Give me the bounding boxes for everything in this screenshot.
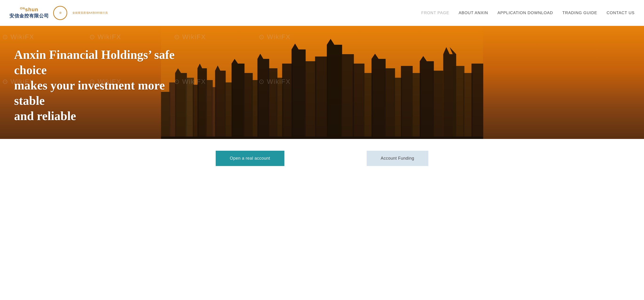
nav-about-anxin[interactable]: ABOUT ANXIN <box>459 11 488 15</box>
svg-rect-44 <box>453 66 464 139</box>
svg-rect-32 <box>372 59 386 139</box>
svg-rect-7 <box>198 68 207 139</box>
svg-rect-35 <box>394 78 402 139</box>
logo-chinese: 安信金控有限公司 <box>10 13 49 19</box>
svg-rect-27 <box>327 45 342 139</box>
hero-title: Anxin Financial Holdings’ safe choice ma… <box>14 47 179 124</box>
svg-rect-11 <box>215 71 226 139</box>
svg-rect-40 <box>433 71 443 139</box>
logo-area: ONshun 安信金控有限公司 ⊙ 金銀業貿易場AA類085號行員 <box>10 6 108 20</box>
account-funding-button[interactable]: Account Funding <box>367 151 428 166</box>
nav-trading-guide[interactable]: TRADING GUIDE <box>562 11 597 15</box>
nav-application-download[interactable]: APPLICATION DOWNLOAD <box>498 11 553 15</box>
svg-rect-46 <box>472 64 483 139</box>
svg-rect-16 <box>244 73 253 139</box>
open-real-account-button[interactable]: Open a real account <box>216 151 284 166</box>
svg-rect-26 <box>315 57 328 139</box>
nav-front-page[interactable]: FRONT PAGE <box>421 11 449 15</box>
svg-rect-34 <box>384 68 395 139</box>
svg-rect-31 <box>364 73 373 139</box>
logo-tagline: 金銀業貿易場AA類085號行員 <box>72 11 108 15</box>
logo-badge: ⊙ <box>53 6 67 20</box>
svg-rect-37 <box>412 73 421 139</box>
svg-rect-20 <box>268 68 278 139</box>
svg-rect-45 <box>463 73 473 139</box>
svg-rect-22 <box>282 64 293 139</box>
svg-rect-29 <box>341 54 354 139</box>
svg-rect-13 <box>224 82 233 139</box>
nav-contact-us[interactable]: CONTACT US <box>606 11 634 15</box>
svg-rect-5 <box>186 78 194 139</box>
main-nav: FRONT PAGE ABOUT ANXIN APPLICATION DOWNL… <box>421 11 634 15</box>
brand-name-onshun: ONshun <box>20 7 38 13</box>
svg-rect-30 <box>353 64 364 139</box>
svg-rect-18 <box>258 59 269 139</box>
svg-rect-38 <box>420 61 434 139</box>
hero-text-block: Anxin Financial Holdings’ safe choice ma… <box>14 47 179 124</box>
svg-rect-23 <box>292 50 306 139</box>
svg-rect-36 <box>401 66 413 139</box>
site-header: ONshun 安信金控有限公司 ⊙ 金銀業貿易場AA類085號行員 FRONT … <box>0 0 644 26</box>
svg-rect-47 <box>161 137 483 139</box>
hero-section: ⊙ WikiFX ⊙ WikiFX ⊙ WikiFX ⊙ WikiFX ⊙ Wi… <box>0 26 644 139</box>
cta-section: Open a real account Account Funding <box>0 139 644 178</box>
svg-rect-25 <box>304 61 316 139</box>
svg-rect-14 <box>232 64 244 139</box>
